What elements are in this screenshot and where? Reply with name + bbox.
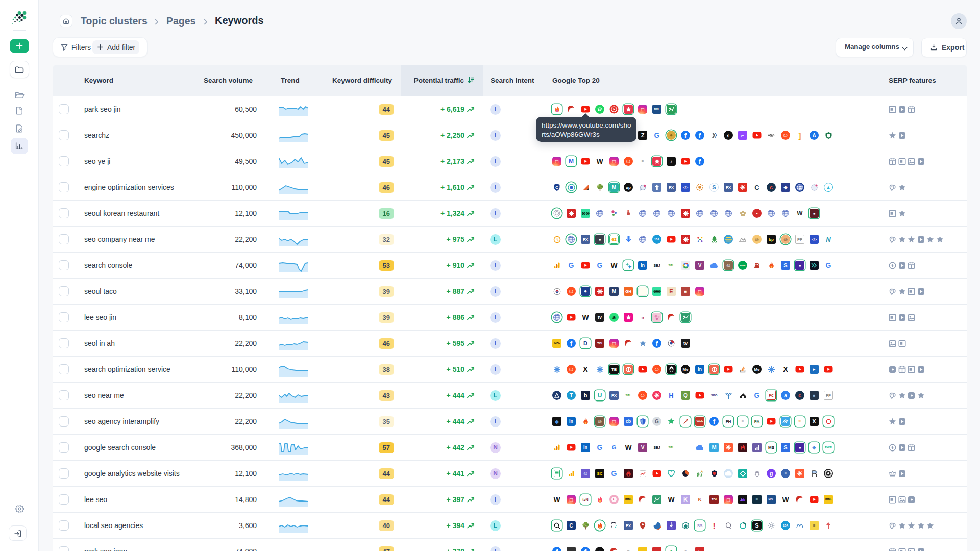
svg-text:C: C [555,185,558,190]
